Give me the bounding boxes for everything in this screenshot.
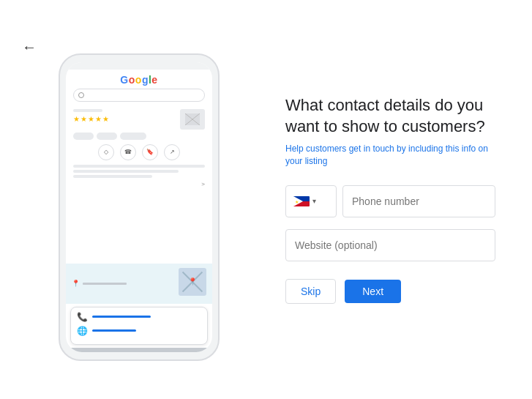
phone-mockup: Google ★ bbox=[59, 53, 220, 361]
text-line-1 bbox=[73, 165, 205, 168]
google-logo: Google bbox=[66, 70, 212, 89]
phone-bottom-card: 📞 🌐 bbox=[70, 307, 208, 345]
phone-content: ★ ★ ★ ★ ★ bbox=[66, 106, 212, 261]
listing-image bbox=[180, 109, 205, 130]
map-image: 📍 bbox=[179, 268, 206, 296]
action-icons-row: ◇ ☎ 🔖 ↗ bbox=[73, 144, 205, 160]
flag-star: ★ bbox=[295, 198, 299, 204]
form-title: What contact details do you want to show… bbox=[285, 95, 495, 137]
form-subtitle: Help customers get in touch by including… bbox=[285, 143, 495, 168]
pill-3 bbox=[120, 133, 146, 140]
skip-button[interactable]: Skip bbox=[285, 279, 336, 304]
diamond-icon: ◇ bbox=[98, 144, 114, 160]
content-lines bbox=[73, 165, 205, 178]
buttons-row: Skip Next bbox=[285, 279, 495, 304]
website-input[interactable] bbox=[285, 229, 495, 261]
back-button[interactable]: ← bbox=[22, 39, 37, 56]
bookmark-icon: 🔖 bbox=[142, 144, 158, 160]
bottom-card-phone-row: 📞 bbox=[77, 312, 201, 322]
phone-circle-icon: ☎ bbox=[120, 144, 136, 160]
map-address-line bbox=[83, 283, 127, 285]
bottom-phone-line bbox=[92, 316, 151, 318]
ph-flag: ★ bbox=[293, 196, 310, 206]
star-1: ★ bbox=[73, 115, 80, 123]
phone-bottom-strip bbox=[66, 348, 212, 352]
star-5: ★ bbox=[102, 115, 109, 123]
chevron-icon: > bbox=[201, 181, 205, 187]
bottom-globe-line bbox=[92, 329, 136, 332]
next-button[interactable]: Next bbox=[345, 280, 401, 303]
search-icon bbox=[78, 92, 84, 98]
chevron-row: > bbox=[73, 181, 205, 187]
form-section: What contact details do you want to show… bbox=[256, 81, 510, 318]
content-line-1 bbox=[73, 109, 102, 112]
share-icon: ↗ bbox=[164, 144, 180, 160]
google-o1: o bbox=[129, 74, 135, 86]
pill-2 bbox=[97, 133, 117, 140]
text-line-2 bbox=[73, 170, 179, 173]
stars-row: ★ ★ ★ ★ ★ bbox=[73, 115, 110, 123]
google-o2: o bbox=[135, 74, 142, 86]
phone-input-row: ★ ▾ bbox=[285, 185, 495, 217]
country-select[interactable]: ★ ▾ bbox=[285, 185, 337, 217]
bottom-globe-icon: 🌐 bbox=[77, 326, 88, 336]
map-marker: 📍 bbox=[188, 277, 197, 286]
bottom-card-globe-row: 🌐 bbox=[77, 326, 201, 336]
star-3: ★ bbox=[88, 115, 94, 123]
google-g2: g bbox=[142, 74, 149, 86]
map-pin-icon: 📍 bbox=[72, 280, 80, 287]
map-area: 📍 📍 bbox=[66, 264, 212, 304]
phone-top-bar bbox=[66, 62, 212, 70]
pill-1 bbox=[73, 133, 94, 140]
star-4: ★ bbox=[95, 115, 102, 123]
bottom-phone-icon: 📞 bbox=[77, 312, 88, 322]
phone-mockup-section: ← Google bbox=[22, 39, 256, 361]
star-2: ★ bbox=[80, 115, 87, 123]
country-dropdown-arrow: ▾ bbox=[312, 197, 316, 205]
main-container: ← Google bbox=[0, 0, 532, 399]
text-line-3 bbox=[73, 175, 152, 178]
google-e: e bbox=[151, 74, 157, 86]
phone-number-input[interactable] bbox=[342, 185, 495, 217]
google-g: G bbox=[120, 74, 128, 86]
phone-screen: Google ★ bbox=[66, 62, 212, 352]
pills-row bbox=[73, 133, 205, 140]
phone-search-bar bbox=[73, 89, 205, 102]
